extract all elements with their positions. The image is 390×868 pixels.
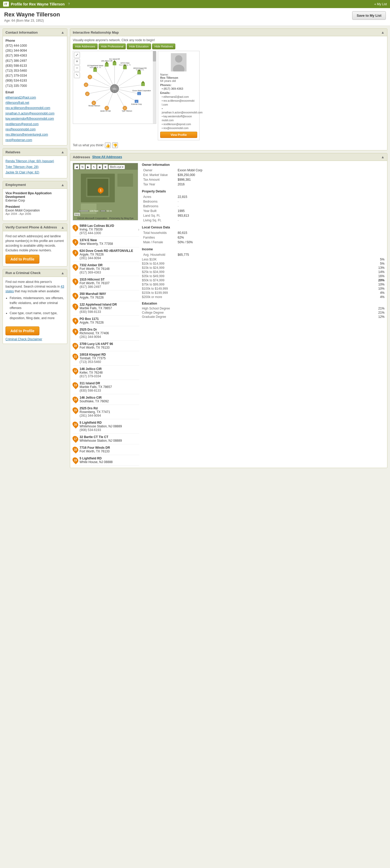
map-forward-btn[interactable]: ▶ xyxy=(86,164,91,169)
address-item[interactable]: 13 311 Island DR Marble Falls, TX 78657 … xyxy=(73,380,139,394)
income-range: $10k to $14,999 xyxy=(142,262,164,266)
email-address[interactable]: jonathan.h.acton@exxonmobil.com xyxy=(5,111,64,116)
criminal-add-to-profile-button[interactable]: Add to Profile xyxy=(5,327,39,335)
income-range: $75k to $99,999 xyxy=(142,283,164,286)
email-address[interactable]: rext@exterran.com xyxy=(5,137,64,143)
address-item[interactable]: 11 10018 Kleppel RD Tomball, TX 77375 (7… xyxy=(73,351,139,366)
relatives-collapse-icon[interactable]: ▲ xyxy=(61,150,64,154)
criminal-collapse-icon[interactable]: ▲ xyxy=(61,271,64,275)
address-city: Whitehouse Station, NJ 08889 xyxy=(80,425,139,428)
address-item[interactable]: 5 1515 Hillcrest ST Fort Worth, TX 76107… xyxy=(73,276,139,290)
birdseye-button[interactable]: Bird's eye ▾ xyxy=(109,165,125,169)
hide-addresses-btn[interactable]: Hide Addresses xyxy=(73,43,97,49)
email-address[interactable]: kay.westerndorff@exxonmobil.com xyxy=(5,116,64,121)
network-map-canvas[interactable]: Rex xyxy=(73,51,156,124)
relative-link[interactable]: Tyler Tillerson (Age: 28) xyxy=(5,164,64,170)
income-range: $50k to $74,999 xyxy=(142,278,164,282)
hide-professional-btn[interactable]: Hide Professional xyxy=(99,43,126,49)
address-item[interactable]: 19 5 Lightfield RD White House, NJ 08888 xyxy=(73,455,139,466)
criminal-disclaimer-link[interactable]: Criminal Check Disclaimer xyxy=(5,337,64,341)
owner-value: Exxon Mobil Corp xyxy=(177,168,384,172)
employment-section-body: Vice President Bpa Application Developme… xyxy=(3,189,67,221)
phone-label: Phone xyxy=(5,39,64,42)
profile-age: Age: 64 (Born Mar 23, 1952) xyxy=(4,19,60,23)
email-address[interactable]: rex.tillerson@enventuregt.com xyxy=(5,132,64,137)
address-item[interactable]: 14 146 Jellico CIR Southlake, TX 76092 xyxy=(73,394,139,405)
map-panel-email6: rex@exxonmobil.com xyxy=(163,127,188,130)
address-details: 3709 Lucy LN #APT 96 Fort Worth, TX 7613… xyxy=(80,342,139,349)
address-marker: 16 xyxy=(71,420,79,428)
address-item[interactable]: 6 350 Marshall WAY Argyle, TX 76226 xyxy=(73,290,139,301)
address-street: 350 Marshall WAY xyxy=(80,292,139,296)
verify-text: Find out which address(es) and landline … xyxy=(5,234,64,253)
addresses-collapse-icon[interactable]: ▲ xyxy=(381,155,385,159)
address-item[interactable]: 3 624 Dove Creek RD #BARTONVILLE Argyle,… xyxy=(73,247,139,262)
income-pct: 10% xyxy=(378,283,385,286)
svg-text:⤢: ⤢ xyxy=(76,53,79,57)
verify-collapse-icon[interactable]: ▲ xyxy=(61,225,64,229)
map-pan-btn[interactable]: ✥ xyxy=(103,164,108,169)
phone-number: (817) 379-0334 xyxy=(5,73,64,78)
address-item[interactable]: 9 2525 Drs Dr Richmond, TX 77406 (281) 3… xyxy=(73,326,139,341)
address-item[interactable]: 10 3709 Lucy LN #APT 96 Fort Worth, TX 7… xyxy=(73,341,139,351)
email-address[interactable]: elihernand2@aol.com xyxy=(5,95,64,100)
save-to-my-list-button[interactable]: Save to My List xyxy=(352,11,386,20)
address-marker-number: 6 xyxy=(74,294,76,297)
address-item[interactable]: 2 1374 E New New Waverly, TX 77358 xyxy=(73,237,139,247)
address-city: New Waverly, TX 77358 xyxy=(80,242,139,246)
address-details: 122 Applehead Island DR Marble Falls, TX… xyxy=(80,303,139,314)
address-item[interactable]: 4 7332 Amber DR Fort Worth, TX 76148 (81… xyxy=(73,262,139,276)
my-list-link[interactable]: My List xyxy=(374,2,387,6)
address-item[interactable]: 8 PO Box 1171 Argyle, TX 76226 xyxy=(73,315,139,326)
income-range: Less $10K xyxy=(142,258,157,261)
email-address[interactable]: rex.w.tillerson@exxonmobil.com xyxy=(5,105,64,111)
contact-collapse-icon[interactable]: ▲ xyxy=(61,30,64,34)
phone-number: (908) 534-6193 xyxy=(5,78,64,83)
view-profile-button[interactable]: View Profile xyxy=(160,132,197,138)
map-refresh-btn[interactable]: ↻ xyxy=(91,164,96,169)
address-city: Southlake, TX 76092 xyxy=(80,399,139,403)
address-marker-number: 8 xyxy=(74,319,76,322)
income-range: $15k to $24,999 xyxy=(142,266,164,270)
rel-map-collapse-icon[interactable]: ▲ xyxy=(381,30,385,34)
map-panel-email3: jonathan.h.acton@exxonmobil.com xyxy=(162,111,203,114)
email-address[interactable]: rex@exxonmobil.com xyxy=(5,127,64,132)
employment-block: Vice President Bpa Application Developme… xyxy=(5,191,64,202)
thumbs-down-icon[interactable]: 👎 xyxy=(112,142,118,148)
map-back-btn[interactable]: ◀ xyxy=(74,164,79,169)
address-item[interactable]: 16 5 Lightfield RD Whitehouse Station, N… xyxy=(73,419,139,434)
phone-number: (713) 335-7000 xyxy=(5,84,64,88)
market-value: $39,250,000 xyxy=(177,173,384,177)
hide-relatives-btn[interactable]: Hide Relatives xyxy=(152,43,175,49)
show-all-addresses-link[interactable]: Show All Addresses xyxy=(92,155,122,159)
svg-text:P: P xyxy=(93,102,94,104)
address-details: 5959 Las Colinas BLVD Irving, TX 75039 (… xyxy=(80,224,137,235)
verify-add-to-profile-button[interactable]: Add to Profile xyxy=(5,255,39,264)
address-item[interactable]: 18 7716 Four Winds DR Fort Worth, TX 761… xyxy=(73,444,139,455)
employment-collapse-icon[interactable]: ▲ xyxy=(61,183,64,187)
svg-text:Tomball, TX: Tomball, TX xyxy=(136,69,144,71)
verify-section: Verify Current Phone & Address ▲ Find ou… xyxy=(3,223,67,267)
address-street: 146 Jellico CIR xyxy=(80,396,139,399)
help-icon[interactable]: ? xyxy=(68,2,70,6)
address-item[interactable]: 17 32 Bartle CT Tle CT Whitehouse Statio… xyxy=(73,434,139,444)
address-item[interactable]: 1 5959 Las Colinas BLVD Irving, TX 75039… xyxy=(73,222,139,237)
svg-text:B: B xyxy=(139,93,140,95)
employment-dates: Apr 2004 - Apr 2006 xyxy=(5,212,64,215)
email-address[interactable]: rtillerson@att.net xyxy=(5,100,64,105)
email-address[interactable]: rextillerson@eprod.com xyxy=(5,122,64,127)
map-n-btn[interactable]: N xyxy=(80,164,85,169)
relative-link[interactable]: Jackie St Clair (Age: 82) xyxy=(5,170,64,176)
address-city: Fort Worth, TX 76107 xyxy=(80,281,139,285)
hide-education-btn[interactable]: Hide Education xyxy=(127,43,151,49)
address-marker: 8 xyxy=(71,316,79,324)
map-location-btn[interactable]: ◉ xyxy=(97,164,102,169)
address-item[interactable]: 12 146 Jellico CIR Keller, TX 76248 (817… xyxy=(73,366,139,380)
relative-link[interactable]: Renda Tillerson (Age: 60) (spouse) xyxy=(5,158,64,164)
address-item[interactable]: 15 2525 Drs Rd Rosenberg, TX 77471 (281)… xyxy=(73,405,139,419)
thumbs-up-icon[interactable]: 👍 xyxy=(105,142,111,148)
address-map-area[interactable]: ◀ N ▶ ↻ ◉ ✥ Bird's eye ▾ xyxy=(73,163,138,220)
svg-rect-67 xyxy=(153,51,156,62)
map-panel-phone: (817) 369-4363 xyxy=(163,87,183,90)
address-item[interactable]: 7 122 Applehead Island DR Marble Falls, … xyxy=(73,301,139,315)
